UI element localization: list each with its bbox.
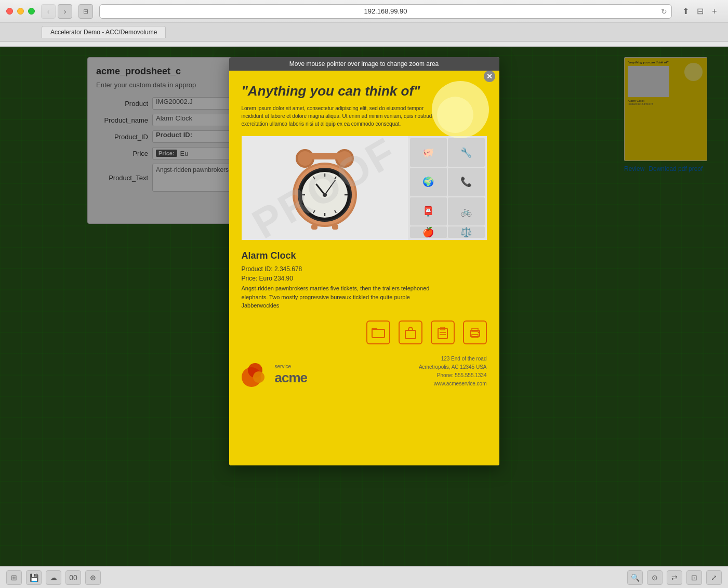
icon-folder bbox=[366, 320, 390, 344]
sheet-product-id: Product ID: 2.345.678 bbox=[242, 265, 487, 273]
tab-bar: Accelerator Demo - ACC/Demovolume bbox=[0, 23, 728, 42]
side-image-8: ⚖️ bbox=[448, 226, 485, 238]
layout-icon: ⊡ bbox=[691, 573, 697, 582]
address-line1: 123 End of the road bbox=[419, 355, 487, 363]
icon-clipboard bbox=[431, 320, 455, 344]
side-image-5: 📮 bbox=[410, 197, 447, 226]
toolbar-btn-1[interactable]: ⊞ bbox=[6, 570, 22, 585]
save-icon: 💾 bbox=[30, 573, 38, 582]
acme-name-text: acme bbox=[275, 370, 308, 386]
browser-content: acme_prodsheet_c Enter your custom data … bbox=[0, 47, 728, 588]
side-image-4: 📞 bbox=[448, 168, 485, 196]
reader-icon: ⊟ bbox=[83, 8, 88, 15]
sidebar-icon: ⊟ bbox=[697, 6, 704, 16]
chevron-right-icon: › bbox=[64, 7, 67, 16]
swap-icon: ⇄ bbox=[671, 573, 678, 582]
main-product-image: PROOF bbox=[242, 136, 408, 240]
address-line3: Phone: 555.555.1334 bbox=[419, 371, 487, 380]
overlay: Move mouse pointer over image to change … bbox=[0, 47, 728, 588]
reader-button[interactable]: ⊟ bbox=[78, 4, 93, 19]
zoom-icon: ⊙ bbox=[652, 573, 658, 582]
add-icon: ⊕ bbox=[90, 573, 96, 582]
address-line4: www.acmeservice.com bbox=[419, 380, 487, 388]
grid-icon: ⊞ bbox=[11, 573, 17, 582]
side-image-6: 🚲 bbox=[448, 197, 485, 226]
address-line2: Acmetropolis, AC 12345 USA bbox=[419, 363, 487, 371]
toolbar-btn-4[interactable]: 00 bbox=[65, 570, 81, 585]
toolbar-btn-5[interactable]: ⊕ bbox=[85, 570, 101, 585]
bottom-toolbar: ⊞ 💾 ☁ 00 ⊕ 🔍 ⊙ ⇄ ⊡ ⤢ bbox=[0, 566, 728, 588]
modal-hint: Move mouse pointer over image to change … bbox=[229, 57, 499, 71]
sheet-images: PROOF 🐖 🔧 🌍 📞 📮 🚲 🍎 ⚖️ bbox=[242, 136, 487, 240]
icon-bag bbox=[399, 320, 422, 344]
traffic-lights bbox=[6, 8, 35, 15]
sheet-product-desc: Angst-ridden pawnbrokers marries five ti… bbox=[242, 284, 449, 310]
minimize-button[interactable] bbox=[17, 8, 24, 15]
toolbar-btn-search[interactable]: 🔍 bbox=[627, 570, 643, 585]
svg-rect-24 bbox=[405, 330, 416, 339]
close-icon: ✕ bbox=[486, 72, 493, 81]
toolbar-btn-2[interactable]: 💾 bbox=[26, 570, 42, 585]
svg-point-20 bbox=[323, 193, 327, 197]
side-image-3: 🌍 bbox=[410, 168, 447, 196]
tab-title[interactable]: Accelerator Demo - ACC/Demovolume bbox=[42, 26, 166, 38]
counter-icon: 00 bbox=[69, 573, 77, 582]
sheet-icons-row bbox=[242, 320, 487, 344]
footer-address: 123 End of the road Acmetropolis, AC 123… bbox=[419, 355, 487, 388]
mac-chrome: ‹ › ⊟ 192.168.99.90 ↻ ⬆ ⊟ + Accelerator … bbox=[0, 0, 728, 47]
new-tab-button[interactable]: + bbox=[707, 4, 722, 19]
side-image-2: 🔧 bbox=[448, 138, 485, 167]
toolbar-btn-layout[interactable]: ⊡ bbox=[686, 570, 702, 585]
icon-printer bbox=[463, 320, 487, 344]
clock-svg bbox=[283, 144, 366, 232]
titlebar: ‹ › ⊟ 192.168.99.90 ↻ ⬆ ⊟ + bbox=[0, 0, 728, 23]
product-sheet: "Anything you can think of" Lorem ipsum … bbox=[229, 71, 499, 465]
plus-icon: + bbox=[712, 7, 717, 16]
svg-rect-23 bbox=[372, 329, 385, 338]
sheet-body-text: Lorem ipsum dolor sit amet, consectetur … bbox=[242, 104, 439, 128]
acme-circles bbox=[242, 362, 271, 388]
product-preview-modal: Move mouse pointer over image to change … bbox=[229, 57, 499, 465]
side-images-grid: 🐖 🔧 🌍 📞 📮 🚲 🍎 ⚖️ bbox=[408, 136, 486, 240]
side-image-7: 🍎 bbox=[410, 226, 447, 238]
toolbar-btn-swap[interactable]: ⇄ bbox=[667, 570, 682, 585]
sidebar-button[interactable]: ⊟ bbox=[693, 4, 707, 19]
toolbar-btn-3[interactable]: ☁ bbox=[46, 570, 61, 585]
cloud-icon: ☁ bbox=[50, 573, 57, 582]
share-button[interactable]: ⬆ bbox=[678, 4, 693, 19]
refresh-icon[interactable]: ↻ bbox=[661, 7, 667, 16]
address-bar[interactable]: 192.168.99.90 ↻ bbox=[99, 4, 672, 19]
svg-rect-21 bbox=[311, 224, 317, 230]
toolbar-btn-expand[interactable]: ⤢ bbox=[706, 570, 722, 585]
chevron-left-icon: ‹ bbox=[47, 7, 50, 16]
svg-rect-4 bbox=[303, 153, 347, 159]
search-icon: 🔍 bbox=[631, 573, 640, 582]
acme-text: service acme bbox=[275, 364, 308, 386]
sheet-product-name: Alarm Clock bbox=[242, 250, 487, 261]
circle-small bbox=[253, 371, 264, 383]
side-image-1: 🐖 bbox=[410, 138, 447, 167]
acme-service-text: service bbox=[275, 364, 308, 370]
modal-close-button[interactable]: ✕ bbox=[484, 71, 495, 82]
nav-buttons: ‹ › bbox=[41, 4, 72, 19]
svg-point-32 bbox=[478, 331, 479, 333]
svg-rect-22 bbox=[332, 224, 338, 230]
acme-logo: service acme bbox=[242, 362, 308, 388]
forward-button[interactable]: › bbox=[58, 4, 72, 19]
share-icon: ⬆ bbox=[682, 6, 689, 16]
back-button[interactable]: ‹ bbox=[41, 4, 56, 19]
close-button[interactable] bbox=[6, 8, 13, 15]
toolbar-btn-zoom[interactable]: ⊙ bbox=[647, 570, 663, 585]
url-text: 192.168.99.90 bbox=[364, 7, 407, 15]
expand-icon: ⤢ bbox=[711, 573, 717, 582]
sheet-footer: service acme 123 End of the road Acmetro… bbox=[242, 355, 487, 388]
sheet-product-price: Price: Euro 234.90 bbox=[242, 275, 487, 282]
maximize-button[interactable] bbox=[28, 8, 35, 15]
